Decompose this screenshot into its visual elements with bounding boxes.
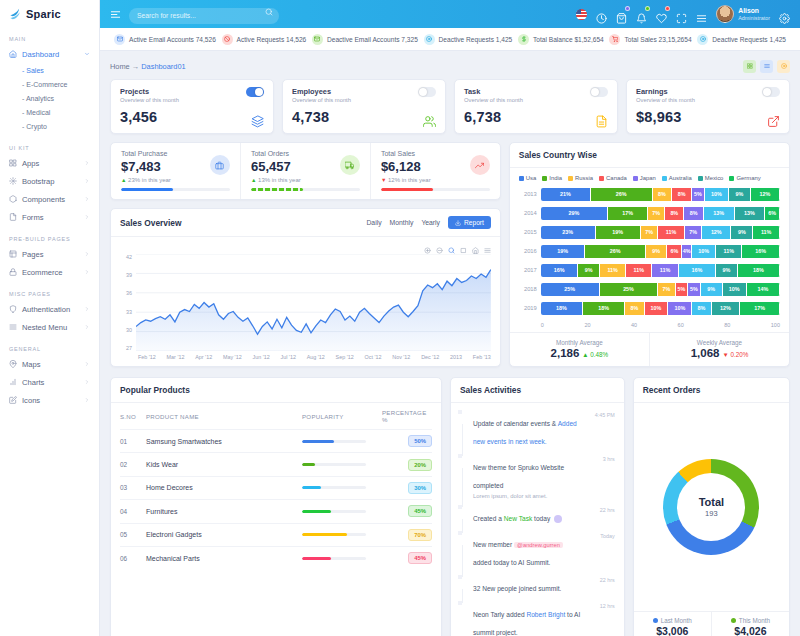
align-button[interactable]: [696, 9, 707, 20]
ticker-item[interactable]: Deactive Email Accounts 7,325: [312, 34, 418, 45]
sidebar-item-icons[interactable]: Icons: [0, 391, 99, 409]
ticker-item[interactable]: Deactive Requests 1,425: [697, 34, 786, 45]
sidebar-item-nested-menu[interactable]: Nested Menu: [0, 318, 99, 336]
activity-item[interactable]: 32 New people joined summit. 22 hrs: [460, 573, 615, 599]
sidebar-item-dashboard[interactable]: Dashboard: [0, 45, 99, 63]
quick-action-grid-green-button[interactable]: [743, 60, 756, 73]
bar-segment-mexico[interactable]: 9%: [731, 226, 753, 239]
table-row[interactable]: 06 Mechanical Parts 45%: [120, 546, 432, 569]
bar-segment-mexico[interactable]: 9%: [729, 188, 751, 201]
bar-segment-japan[interactable]: 5%: [692, 188, 705, 201]
sidebar-item-charts[interactable]: Charts: [0, 373, 99, 391]
bar-segment-usa[interactable]: 25%: [541, 283, 600, 296]
sidebar-item-pages[interactable]: Pages: [0, 245, 99, 263]
bar-segment-japan[interactable]: 7%: [685, 226, 702, 239]
legend-item-usa[interactable]: Usa: [519, 175, 536, 181]
bar-segment-germany[interactable]: 12%: [751, 188, 780, 201]
activity-item[interactable]: New theme for Spruko Website completed L…: [460, 452, 615, 503]
sidebar-item-maps[interactable]: Maps: [0, 355, 99, 373]
bar-segment-mexico[interactable]: 10%: [723, 283, 747, 296]
bar-segment-canada[interactable]: 11%: [658, 226, 685, 239]
stat-card-toggle[interactable]: [590, 87, 608, 97]
search-input[interactable]: [129, 8, 279, 24]
sidebar-item-authentication[interactable]: Authentication: [0, 300, 99, 318]
bar-segment-germany[interactable]: 18%: [738, 264, 780, 277]
legend-item-india[interactable]: India: [542, 175, 562, 181]
table-row[interactable]: 01 Samsung Smartwatches 50%: [120, 429, 432, 452]
legend-item-russia[interactable]: Russia: [568, 175, 593, 181]
table-row[interactable]: 05 Electroni Gadgets 70%: [120, 523, 432, 546]
sidebar-item-bootstrap[interactable]: Bootstrap: [0, 172, 99, 190]
settings-button[interactable]: [779, 9, 790, 20]
bar-segment-germany[interactable]: 6%: [765, 207, 780, 220]
activity-item[interactable]: Created a New Task today 22 hrs: [460, 503, 615, 529]
ticker-item[interactable]: Total Balance $1,52,654: [518, 34, 604, 45]
search-icon[interactable]: [265, 8, 273, 16]
bar-segment-japan[interactable]: 11%: [652, 264, 678, 277]
sidebar-item-components[interactable]: Components: [0, 190, 99, 208]
bar-segment-india[interactable]: 18%: [583, 302, 625, 315]
ticker-item[interactable]: Total Sales 23,15,2654: [609, 34, 691, 45]
bar-segment-russia[interactable]: 11%: [600, 264, 626, 277]
sidebar-subitem-e-commerce[interactable]: - E-Commerce: [0, 77, 99, 91]
bar-segment-australia[interactable]: 8%: [692, 302, 711, 315]
bar-segment-india[interactable]: 9%: [578, 264, 600, 277]
sidebar-item-ecommerce[interactable]: Ecommerce: [0, 263, 99, 281]
bar-segment-australia[interactable]: 9%: [701, 283, 723, 296]
bar-segment-usa[interactable]: 18%: [541, 302, 583, 315]
bar-segment-russia[interactable]: 7%: [658, 283, 675, 296]
bar-segment-germany[interactable]: 16%: [742, 245, 780, 258]
toolbar-plusc-button[interactable]: [424, 241, 431, 252]
toolbar-minusc-button[interactable]: [436, 241, 443, 252]
bar-segment-russia[interactable]: 7%: [648, 207, 665, 220]
bar-segment-usa[interactable]: 19%: [541, 245, 585, 258]
toolbar-selsquare-button[interactable]: [460, 241, 467, 252]
heart-button[interactable]: [656, 9, 667, 20]
sidebar-subitem-sales[interactable]: - Sales: [0, 63, 99, 77]
brand-logo[interactable]: Sparic: [0, 0, 99, 28]
bar-segment-india[interactable]: 19%: [596, 226, 641, 239]
toolbar-align-button[interactable]: [484, 241, 491, 252]
bar-segment-canada[interactable]: 11%: [626, 264, 652, 277]
table-row[interactable]: 03 Home Decores 30%: [120, 476, 432, 499]
stat-card-toggle[interactable]: [418, 87, 436, 97]
bell-button[interactable]: [636, 9, 647, 20]
stat-card-toggle[interactable]: [246, 87, 264, 97]
bar-segment-india[interactable]: 26%: [591, 188, 653, 201]
bar-segment-usa[interactable]: 29%: [541, 207, 608, 220]
ticker-item[interactable]: Active Email Accounts 74,526: [114, 34, 216, 45]
bar-segment-canada[interactable]: 8%: [672, 188, 692, 201]
table-row[interactable]: 02 Kids Wear 20%: [120, 452, 432, 475]
bar-segment-mexico[interactable]: 11%: [716, 245, 742, 258]
clock-button[interactable]: [596, 9, 607, 20]
sidebar-item-apps[interactable]: Apps: [0, 154, 99, 172]
bar-segment-canada[interactable]: 6%: [667, 245, 682, 258]
report-button[interactable]: Report: [448, 216, 491, 229]
bar-segment-japan[interactable]: 8%: [684, 207, 703, 220]
bar-segment-russia[interactable]: 9%: [646, 245, 668, 258]
range-yearly-button[interactable]: Yearly: [421, 219, 440, 226]
shopping-bag-button[interactable]: [616, 9, 627, 20]
bar-segment-japan[interactable]: 4%: [682, 245, 692, 258]
legend-item-australia[interactable]: Australia: [662, 175, 692, 181]
sidebar-subitem-analytics[interactable]: - Analytics: [0, 91, 99, 105]
bar-segment-australia[interactable]: 13%: [704, 207, 735, 220]
activity-item[interactable]: Update of calendar events & Added new ev…: [460, 408, 615, 452]
user-menu[interactable]: Alison Administrator: [716, 5, 770, 23]
bar-segment-germany[interactable]: 17%: [740, 302, 780, 315]
bar-segment-canada[interactable]: 8%: [665, 207, 684, 220]
bar-segment-mexico[interactable]: 9%: [716, 264, 738, 277]
bar-segment-usa[interactable]: 21%: [541, 188, 591, 201]
bar-segment-australia[interactable]: 12%: [702, 226, 731, 239]
maximize-button[interactable]: [676, 9, 687, 20]
stat-card-toggle[interactable]: [762, 87, 780, 97]
quick-action-grid-orange-button[interactable]: [777, 60, 790, 73]
range-monthly-button[interactable]: Monthly: [390, 219, 414, 226]
activity-item[interactable]: Neon Tarly added Robert Bright to AI sum…: [460, 599, 615, 636]
bar-segment-mexico[interactable]: 12%: [712, 302, 740, 315]
range-daily-button[interactable]: Daily: [366, 219, 381, 226]
sidebar-subitem-medical[interactable]: - Medical: [0, 105, 99, 119]
bar-segment-germany[interactable]: 11%: [753, 226, 780, 239]
bar-segment-japan[interactable]: 5%: [688, 283, 701, 296]
menu-toggle-icon[interactable]: [110, 9, 121, 20]
